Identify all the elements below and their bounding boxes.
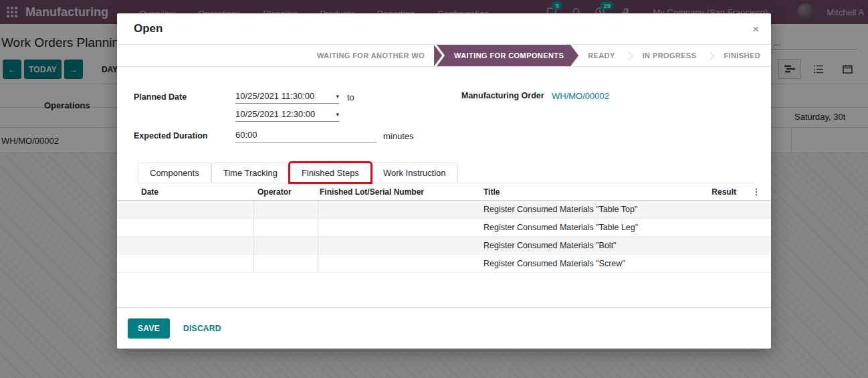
discard-button[interactable]: DISCARD xyxy=(183,324,221,333)
column-header-title[interactable]: Title xyxy=(483,187,668,197)
row-title-cell: Register Consumed Materials "Table Top" xyxy=(483,205,668,214)
form-area: Planned Date 10/25/2021 11:30:00 ▾ to 10… xyxy=(117,67,771,148)
table-header-row: DateOperatorFinished Lot/Serial NumberTi… xyxy=(117,183,771,201)
row-title-cell: Register Consumed Materials "Screw" xyxy=(483,259,668,268)
planned-date-to-input[interactable]: 10/25/2021 12:30:00 ▾ xyxy=(235,109,339,122)
finished-steps-row[interactable]: Register Consumed Materials "Bolt" xyxy=(117,237,771,255)
planned-date-from-input[interactable]: 10/25/2021 11:30:00 ▾ xyxy=(235,91,339,104)
row-empty-cell xyxy=(254,219,318,236)
row-empty-cell xyxy=(254,255,318,272)
row-title-cell: Register Consumed Materials "Table Leg" xyxy=(483,223,668,232)
row-empty-cell xyxy=(117,219,254,236)
statusbar-stage-label: WAITING FOR COMPONENTS xyxy=(437,45,578,66)
chevron-down-icon[interactable]: ▾ xyxy=(336,111,339,118)
dialog-footer: SAVE DISCARD xyxy=(117,307,771,349)
tab-components[interactable]: Components xyxy=(138,163,211,183)
statusbar: WAITING FOR ANOTHER WOWAITING FOR COMPON… xyxy=(117,45,771,67)
dialog-title: Open xyxy=(134,22,162,35)
expected-duration-label: Expected Duration xyxy=(134,130,235,140)
close-icon[interactable]: × xyxy=(752,23,759,35)
dialog-body: Planned Date 10/25/2021 11:30:00 ▾ to 10… xyxy=(117,67,771,349)
row-empty-cell xyxy=(254,201,318,218)
statusbar-stage-ready[interactable]: READY xyxy=(588,52,615,60)
row-empty-cell xyxy=(254,237,318,254)
chevron-down-icon[interactable]: ▾ xyxy=(336,93,339,100)
to-label: to xyxy=(347,91,354,102)
expected-duration-input[interactable]: 60:00 xyxy=(235,130,376,143)
statusbar-stage-in-progress[interactable]: IN PROGRESS xyxy=(643,52,697,60)
tab-work-instruction[interactable]: Work Instruction xyxy=(371,163,458,183)
table-body: Register Consumed Materials "Table Top"R… xyxy=(117,201,771,273)
tab-finished-steps[interactable]: Finished Steps xyxy=(290,163,371,183)
row-empty-cell xyxy=(117,255,254,272)
manufacturing-order-label: Manufacturing Order xyxy=(461,91,552,148)
row-title-cell: Register Consumed Materials "Bolt" xyxy=(483,241,668,250)
planned-date-label: Planned Date xyxy=(134,91,235,102)
duration-suffix: minutes xyxy=(383,130,414,141)
column-header-finished-lot-serial-number[interactable]: Finished Lot/Serial Number xyxy=(318,187,483,197)
statusbar-stage-finished[interactable]: FINISHED xyxy=(724,52,760,60)
chevron-right-icon xyxy=(625,52,633,60)
planned-date-from-value: 10/25/2021 11:30:00 xyxy=(235,91,333,101)
row-empty-cell xyxy=(117,201,254,218)
save-button[interactable]: SAVE xyxy=(128,318,170,339)
chevron-right-icon xyxy=(706,52,715,60)
row-empty-cell xyxy=(117,237,254,254)
statusbar-stage-waiting-for-another-wo[interactable]: WAITING FOR ANOTHER WO xyxy=(317,52,425,60)
manufacturing-order-link[interactable]: WH/MO/00002 xyxy=(552,91,609,148)
finished-steps-row[interactable]: Register Consumed Materials "Table Top" xyxy=(117,201,771,219)
dialog-header: Open × xyxy=(117,13,771,45)
finished-steps-row[interactable]: Register Consumed Materials "Table Leg" xyxy=(117,219,771,237)
optional-columns-icon[interactable]: ⋮ xyxy=(742,187,771,197)
expected-duration-value: 60:00 xyxy=(235,130,376,140)
statusbar-stage-waiting-for-components[interactable]: WAITING FOR COMPONENTS xyxy=(434,45,578,66)
planned-date-to-value: 10/25/2021 12:30:00 xyxy=(235,109,333,119)
finished-steps-row[interactable]: Register Consumed Materials "Screw" xyxy=(117,255,771,273)
notebook-tabs: ComponentsTime TrackingFinished StepsWor… xyxy=(138,163,754,183)
column-header-date[interactable]: Date xyxy=(117,187,254,197)
finished-steps-table: DateOperatorFinished Lot/Serial NumberTi… xyxy=(117,183,771,273)
column-header-operator[interactable]: Operator xyxy=(254,187,318,197)
open-dialog: Open × WAITING FOR ANOTHER WOWAITING FOR… xyxy=(117,13,771,349)
tab-time-tracking[interactable]: Time Tracking xyxy=(211,163,290,183)
column-header-result[interactable]: Result xyxy=(668,187,742,197)
